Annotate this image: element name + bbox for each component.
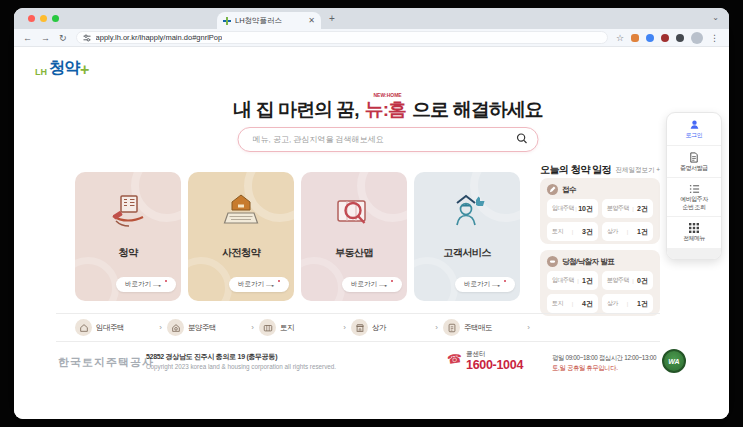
floating-quick-menu: 로그인 증명서발급 예비입주자순번 조회	[666, 112, 722, 260]
tab-search-chevron-icon[interactable]: ⌄	[712, 13, 719, 22]
browser-tab[interactable]: LH청약플러스 ✕	[217, 12, 321, 29]
card-label: 사전청약	[188, 246, 294, 260]
schedule-section-title: 접수	[562, 185, 576, 195]
card-label: 청약	[75, 246, 181, 260]
arrow-icon: →	[377, 281, 390, 288]
chevron-right-icon: ›	[435, 323, 438, 332]
chevron-right-icon: ›	[159, 323, 162, 332]
card-customer-service[interactable]: 고객서비스 바로가기→	[414, 172, 520, 301]
reload-button[interactable]: ↻	[59, 33, 67, 43]
quickmenu-login[interactable]: 로그인	[667, 113, 721, 145]
minimize-window-button[interactable]	[40, 15, 47, 22]
card-cheongyak[interactable]: 청약 바로가기→	[75, 172, 181, 301]
stat-card: 상가| 1건	[602, 294, 653, 313]
headline-prefix: 내 집 마련의 꿈,	[233, 99, 358, 120]
card-label: 고객서비스	[414, 246, 520, 260]
chevron-right-icon: ›	[251, 323, 254, 332]
wa-certification-mark: WA	[662, 349, 686, 373]
quicklink-store[interactable]: 상가›	[351, 317, 438, 338]
divider	[56, 341, 660, 342]
browser-tab-strip: LH청약플러스 ✕ + ⌄	[14, 8, 729, 29]
search-input[interactable]	[238, 127, 539, 152]
map-magnifier-icon	[332, 190, 376, 234]
site-logo[interactable]: LH 청약 +	[35, 58, 89, 79]
storefront-icon	[351, 319, 368, 336]
back-button[interactable]: ←	[23, 33, 32, 43]
schedule-title: 오늘의 청약 일정	[540, 163, 611, 177]
desktop-background: LH청약플러스 ✕ + ⌄ ← → ↻ apply.lh.or.kr/lhapp…	[0, 0, 743, 427]
map-icon	[259, 319, 276, 336]
quickmenu-collapse-handle[interactable]	[667, 248, 721, 259]
document-icon	[443, 319, 460, 336]
toolbar-right-icons: ☆ ⋮	[616, 32, 719, 44]
stat-card: 임대주택| 1건	[547, 271, 598, 290]
coin-icon	[547, 256, 558, 267]
card-label: 부동산맵	[301, 246, 407, 260]
logo-plus: +	[80, 61, 89, 79]
numbered-list-icon	[689, 184, 700, 194]
profile-avatar[interactable]	[691, 32, 703, 44]
lh-favicon	[223, 17, 231, 25]
close-window-button[interactable]	[28, 15, 35, 22]
extension-icon[interactable]	[631, 34, 639, 42]
card-cta-button[interactable]: 바로가기→	[342, 277, 402, 292]
logo-text: 청약	[49, 58, 80, 79]
divider	[56, 313, 660, 314]
quickmenu-all-menu[interactable]: 전체메뉴	[667, 216, 721, 248]
tab-title: LH청약플러스	[235, 16, 304, 26]
newhome-brand: NEW:HOME뉴:홈	[365, 99, 411, 120]
search-icon[interactable]	[517, 133, 528, 144]
forward-button[interactable]: →	[41, 33, 50, 43]
card-pre-cheongyak[interactable]: 사전청약 바로가기→	[188, 172, 294, 301]
person-icon	[689, 119, 700, 130]
card-realestate-map[interactable]: 부동산맵 바로가기→	[301, 172, 407, 301]
hand-building-icon	[106, 190, 150, 234]
stat-card: 분양주택| 0건	[602, 271, 653, 290]
arrow-icon: →	[490, 281, 503, 288]
stat-card: 임대주택| 10건	[547, 199, 598, 218]
address-bar[interactable]: apply.lh.or.kr/lhapply/main.do#gnrlPop	[76, 31, 608, 44]
house-icon	[75, 319, 92, 336]
hero-headline: 내 집 마련의 꿈, NEW:HOME뉴:홈 으로 해결하세요	[233, 97, 542, 123]
grid-menu-icon	[689, 223, 699, 233]
chevron-right-icon: ›	[527, 323, 530, 332]
quickmenu-waitlist-order[interactable]: 예비입주자순번 조회	[667, 177, 721, 216]
card-cta-button[interactable]: 바로가기→	[229, 277, 289, 292]
extension-icon[interactable]	[661, 34, 669, 42]
house-won-icon	[167, 319, 184, 336]
newhome-caption: NEW:HOME	[373, 92, 401, 98]
quicklink-sale-housing[interactable]: 분양주택›	[167, 317, 254, 338]
quicklink-land[interactable]: 토지›	[259, 317, 346, 338]
footer-copyright: Copyright 2023 korea land & housing corp…	[146, 363, 336, 370]
arrow-icon: →	[151, 281, 164, 288]
quickmenu-certificate[interactable]: 증명서발급	[667, 145, 721, 178]
extension-icon[interactable]	[676, 34, 684, 42]
url-text: apply.lh.or.kr/lhapply/main.do#gnrlPop	[96, 33, 223, 42]
stat-card: 분양주택| 2건	[602, 199, 653, 218]
quicklink-rental-housing[interactable]: 임대주택›	[75, 317, 162, 338]
chevron-right-icon: ›	[343, 323, 346, 332]
footer-address: 52852 경상남도 진주시 충의로 19 (충무공동)	[146, 352, 277, 362]
fullscreen-window-button[interactable]	[52, 15, 59, 22]
stat-card: 토지| 3건	[547, 222, 598, 241]
card-cta-button[interactable]: 바로가기→	[116, 277, 176, 292]
extension-icon[interactable]	[646, 34, 654, 42]
callcenter-hours: 평일 09:00~18:00 점심시간 12:00~13:00	[552, 354, 656, 363]
new-tab-button[interactable]: +	[329, 14, 335, 24]
browser-menu-kebab-icon[interactable]: ⋮	[710, 33, 719, 43]
card-cta-button[interactable]: 바로가기→	[455, 277, 515, 292]
schedule-section-title: 당첨/낙찰자 발표	[562, 257, 614, 267]
browser-window: LH청약플러스 ✕ + ⌄ ← → ↻ apply.lh.or.kr/lhapp…	[14, 8, 729, 419]
tab-close-icon[interactable]: ✕	[308, 16, 315, 25]
callcenter-holiday-note: 토,일 공휴일 휴무입니다.	[552, 364, 618, 373]
logo-lh: LH	[35, 67, 47, 79]
schedule-box-reception: 접수 임대주택| 10건 분양주택| 2건 토지| 3건	[540, 178, 660, 244]
bookmark-star-icon[interactable]: ☆	[616, 33, 624, 43]
stat-card: 상가| 1건	[602, 222, 653, 241]
site-settings-tune-icon[interactable]	[83, 34, 91, 42]
schedule-view-all-link[interactable]: 전체일정보기 +	[615, 166, 660, 175]
quick-links-row: 임대주택› 분양주택› 토지›	[75, 317, 530, 338]
pencil-icon	[547, 184, 558, 195]
phone-icon: ☎	[446, 351, 463, 367]
quicklink-house-sell[interactable]: 주택매도›	[443, 317, 530, 338]
